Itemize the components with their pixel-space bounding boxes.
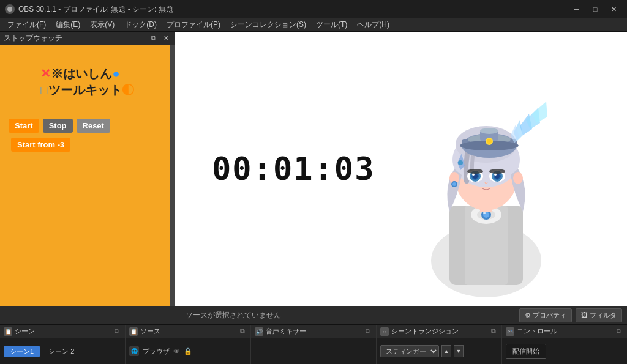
browser-icon: 🌐 [129,346,139,356]
left-scrollbar[interactable] [170,45,175,306]
controls-expand[interactable]: ⧉ [615,327,623,336]
start-from-button[interactable]: Start from -3 [11,138,70,152]
audio-icon: 🔊 [255,327,263,336]
menu-tools[interactable]: ツール(T) [311,18,352,31]
source-lock-icon[interactable]: 🔒 [184,347,192,355]
scenes-icon: 📋 [4,327,12,336]
svg-point-8 [483,212,486,214]
menubar: ファイル(F) 編集(E) 表示(V) ドック(D) プロファイル(P) シーン… [0,18,627,32]
sources-panel-header: 📋 ソース ⧉ [126,325,250,338]
main-content: ストップウォッチ ⧉ ✕ ✕※はいしん● □ツールキット◐ [0,32,627,306]
menu-dock[interactable]: ドック(D) [119,18,162,31]
controls-title: コントロール [517,327,557,336]
transition-select[interactable]: スティンガー [380,345,439,357]
start-button[interactable]: Start [9,119,39,133]
sources-panel: 📋 ソース ⧉ 🌐 ブラウザ 👁 🔒 [126,325,251,364]
panel-float-button[interactable]: ⧉ [149,34,159,43]
window-controls: ─ □ ✕ [568,3,622,15]
close-button[interactable]: ✕ [605,3,622,15]
controls-panel-header: 🎮 コントロール ⧉ [502,325,627,338]
controls-content: 配信開始 [502,338,627,364]
menu-help[interactable]: ヘルプ(H) [352,18,394,31]
scenes-panel-header: 📋 シーン ⧉ [0,325,125,338]
source-eye-icon[interactable]: 👁 [173,347,180,355]
transition-down-btn[interactable]: ▼ [454,345,464,357]
transitions-panel-header: ↔ シーントランジション ⧉ [377,325,501,338]
maximize-button[interactable]: □ [587,3,604,15]
logo-line1: ✕※はいしん● [40,65,133,82]
svg-point-41 [458,160,463,165]
svg-point-43 [452,182,456,186]
audio-title: 音声ミキサー [266,327,306,336]
menu-profile[interactable]: プロファイル(P) [162,18,225,31]
svg-point-32 [480,128,498,134]
logo-area: ✕※はいしん● □ツールキット◐ [39,58,137,106]
preview-area: 00:01:03 [175,32,627,306]
svg-point-0 [7,7,12,12]
menu-view[interactable]: 表示(V) [85,18,119,31]
scenes-expand[interactable]: ⧉ [113,327,121,336]
audio-content [251,338,376,364]
bottom-panels: 📋 シーン ⧉ シーン1 シーン 2 📋 ソース ⧉ 🌐 ブラウザ 👁 🔒 🔊 [0,324,627,364]
filter-button[interactable]: 🖼 フィルタ [576,308,622,322]
start-stream-button[interactable]: 配信開始 [506,344,546,359]
source-label: ソースが選択されていません [186,310,516,321]
audio-panel-header: 🔊 音声ミキサー ⧉ [251,325,376,338]
transition-up-btn[interactable]: ▲ [441,345,451,357]
logo-line2: □ツールキット◐ [40,82,133,98]
svg-point-26 [513,172,523,184]
controls-icon: 🎮 [506,327,514,336]
bottom-toolbar: ソースが選択されていません ⚙ プロパティ 🖼 フィルタ [0,306,627,324]
menu-scene-collection[interactable]: シーンコレクション(S) [225,18,311,31]
app-icon [5,4,15,14]
window-title: OBS 30.1.1 - プロファイル: 無題 - シーン: 無題 [18,4,568,15]
sources-title: ソース [140,327,160,336]
sources-content: 🌐 ブラウザ 👁 🔒 [126,338,250,364]
stop-button[interactable]: Stop [43,119,73,133]
panel-content: ✕※はいしん● □ツールキット◐ Start Stop Reset Start … [0,45,175,306]
svg-point-34 [487,139,492,144]
source-row: 🌐 ブラウザ 👁 🔒 [129,346,192,356]
panel-header: ストップウォッチ ⧉ ✕ [0,32,175,45]
transitions-icon: ↔ [380,327,389,336]
reset-button[interactable]: Reset [77,119,110,133]
audio-expand[interactable]: ⧉ [364,327,372,336]
scenes-title: シーン [15,327,35,336]
transitions-panel: ↔ シーントランジション ⧉ スティンガー ▲ ▼ [377,325,502,364]
audio-mixer-panel: 🔊 音声ミキサー ⧉ [251,325,377,364]
stopwatch-buttons: Start Stop Reset [6,119,168,133]
svg-point-18 [467,169,483,174]
scene-tab-1[interactable]: シーン1 [4,346,40,357]
titlebar: OBS 30.1.1 - プロファイル: 無題 - シーン: 無題 ─ □ ✕ [0,0,627,18]
panel-close-button[interactable]: ✕ [161,34,171,43]
minimize-button[interactable]: ─ [568,3,585,15]
preview-inner: 00:01:03 [175,32,627,306]
svg-point-24 [489,169,505,174]
anime-character [345,32,627,306]
panel-title: ストップウォッチ [4,33,149,43]
menu-edit[interactable]: 編集(E) [51,18,85,31]
left-panel: ストップウォッチ ⧉ ✕ ✕※はいしん● □ツールキット◐ [0,32,175,306]
controls-panel: 🎮 コントロール ⧉ 配信開始 [502,325,627,364]
menu-file[interactable]: ファイル(F) [2,18,51,31]
second-row-btns: Start from -3 [6,138,168,152]
transitions-title: シーントランジション [391,327,459,336]
sources-expand[interactable]: ⧉ [238,327,247,336]
scenes-panel: 📋 シーン ⧉ シーン1 シーン 2 [0,325,126,364]
source-browser-label: ブラウザ [143,347,170,356]
transitions-content: スティンガー ▲ ▼ [377,338,501,364]
scene-tab-2[interactable]: シーン 2 [42,346,80,357]
transitions-expand[interactable]: ⧉ [489,327,498,336]
sources-icon: 📋 [129,327,138,336]
properties-button[interactable]: ⚙ プロパティ [519,308,572,322]
scenes-content: シーン1 シーン 2 [0,338,125,364]
